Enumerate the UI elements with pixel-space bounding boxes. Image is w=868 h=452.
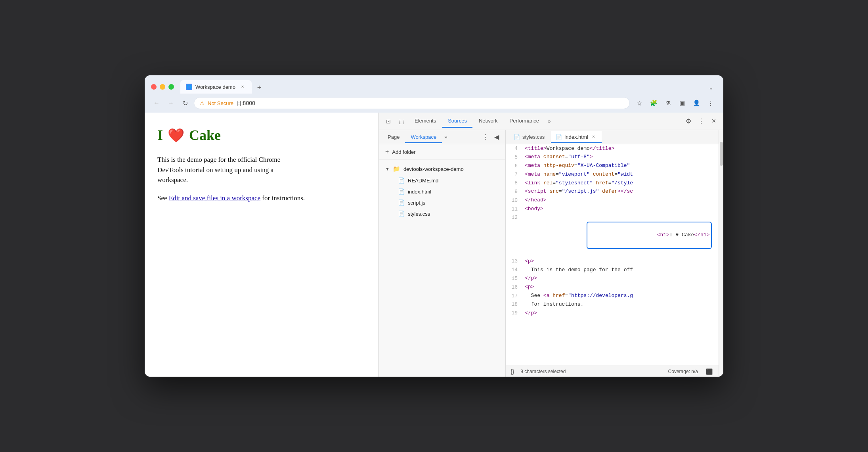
devtools-panel: ⊡ ⬚ Elements Sources Network Performance — [379, 113, 723, 377]
page-content: I ❤️ Cake This is the demo page for the … — [145, 113, 379, 377]
devtools-tabs: Elements Sources Network Performance » — [407, 115, 682, 128]
devtools-close-button[interactable]: × — [707, 115, 720, 128]
extension-button[interactable]: 🧩 — [647, 97, 660, 109]
title-bar: 🌐 Workspace demo × + ⌄ — [145, 75, 723, 94]
paragraph-2-before: See — [157, 194, 169, 202]
more-button[interactable]: ⋮ — [704, 97, 717, 109]
add-folder-button[interactable]: + Add folder — [379, 144, 505, 160]
back-button[interactable]: ← — [151, 98, 162, 109]
file-styles-css[interactable]: 📄 styles.css — [379, 208, 505, 219]
security-icon: ⚠ — [200, 100, 205, 106]
folder-item[interactable]: ▼ 📁 devtools-workspace-demo — [379, 163, 505, 175]
editor-tabs: 📄 styles.css 📄 index.html × — [506, 130, 719, 144]
sidebar-button[interactable]: ▣ — [676, 97, 688, 109]
forward-button[interactable]: → — [165, 98, 176, 109]
maximize-window-button[interactable] — [168, 84, 174, 90]
devtools-inspect-button[interactable]: ⊡ — [382, 115, 395, 128]
editor-tab-close-button[interactable]: × — [591, 134, 597, 140]
add-folder-icon: + — [385, 148, 389, 155]
code-line-11: 11 <body> — [506, 205, 719, 214]
file-icon-css: 📄 — [398, 211, 405, 217]
devtools-topbar: ⊡ ⬚ Elements Sources Network Performance — [379, 113, 723, 130]
devtools-kebab-button[interactable]: ⋮ — [695, 115, 707, 128]
workspace-link[interactable]: Edit and save files in a workspace — [169, 194, 260, 202]
folder-arrow-icon: ▼ — [385, 167, 390, 171]
sources-workspace-tab[interactable]: Workspace — [405, 132, 442, 143]
browser-tab[interactable]: 🌐 Workspace demo × — [180, 80, 252, 94]
add-folder-label: Add folder — [392, 149, 415, 155]
scrollbar-thumb[interactable] — [720, 142, 723, 166]
file-tree: ▼ 📁 devtools-workspace-demo 📄 README.md … — [379, 160, 505, 377]
refresh-button[interactable]: ↻ — [180, 98, 191, 109]
file-icon-md: 📄 — [398, 177, 405, 184]
toolbar-actions: ☆ 🧩 ⚗ ▣ 👤 ⋮ — [633, 97, 717, 109]
code-editor: 📄 styles.css 📄 index.html × — [506, 130, 719, 377]
heading-text-cake: Cake — [189, 127, 221, 144]
coverage-status: Coverage: n/a — [668, 369, 698, 374]
devtools-device-button[interactable]: ⬚ — [395, 115, 407, 128]
file-name-script: script.js — [408, 200, 425, 206]
tab-close-button[interactable]: × — [239, 83, 246, 90]
profile-button[interactable]: 👤 — [690, 97, 703, 109]
heading-text-i: I — [157, 127, 163, 144]
address-bar[interactable]: ⚠ Not Secure [:]:8000 — [194, 97, 630, 109]
editor-tab-index[interactable]: 📄 index.html × — [551, 131, 601, 143]
devtools-tab-performance[interactable]: Performance — [504, 115, 545, 128]
selection-status: 9 characters selected — [520, 369, 662, 374]
devtools-more-tabs-button[interactable]: » — [545, 115, 553, 127]
bookmark-button[interactable]: ☆ — [633, 97, 646, 109]
tab-favicon-icon: 🌐 — [186, 84, 192, 90]
content-area: I ❤️ Cake This is the demo page for the … — [145, 113, 723, 377]
minimize-window-button[interactable] — [160, 84, 165, 90]
code-table: 4 <title>Workspace demo</title> 5 <meta … — [506, 144, 719, 318]
sources-kebab-button[interactable]: ⋮ — [480, 132, 491, 142]
code-line-4: 4 <title>Workspace demo</title> — [506, 144, 719, 153]
folder-name: devtools-workspace-demo — [403, 166, 464, 172]
file-script-js[interactable]: 📄 script.js — [379, 197, 505, 208]
code-line-13: 13 <p> — [506, 257, 719, 266]
code-line-18: 18 for instructions. — [506, 300, 719, 309]
devtools-tab-network[interactable]: Network — [473, 115, 503, 128]
close-window-button[interactable] — [151, 84, 157, 90]
file-index-html[interactable]: 📄 index.html — [379, 186, 505, 197]
editor-tab-styles[interactable]: 📄 styles.css — [509, 132, 549, 143]
file-icon-js: 📄 — [398, 199, 405, 206]
file-name-index: index.html — [408, 189, 431, 195]
file-name-styles: styles.css — [408, 211, 430, 217]
tab-title: Workspace demo — [195, 84, 236, 90]
css-file-icon: 📄 — [514, 134, 520, 140]
browser-toolbar: ← → ↻ ⚠ Not Secure [:]:8000 ☆ 🧩 ⚗ ▣ 👤 ⋮ — [145, 94, 723, 113]
folder-icon: 📁 — [393, 165, 400, 172]
file-icon-html: 📄 — [398, 188, 405, 195]
editor-scrollbar[interactable] — [719, 130, 723, 377]
devtools-body: Page Workspace » ⋮ ◀ + Add folder — [379, 130, 723, 377]
code-line-10: 10 </head> — [506, 196, 719, 205]
devtools-statusbar: {} 9 characters selected Coverage: n/a ⬛ — [506, 366, 719, 377]
devtools-tab-elements[interactable]: Elements — [409, 115, 442, 128]
sources-page-tab[interactable]: Page — [382, 132, 405, 143]
new-tab-button[interactable]: + — [253, 82, 265, 94]
not-secure-label: Not Secure — [208, 100, 233, 106]
code-line-14: 14 This is the demo page for the off — [506, 266, 719, 274]
page-paragraph-1: This is the demo page for the official C… — [157, 155, 366, 185]
devtools-tab-sources[interactable]: Sources — [442, 115, 472, 128]
code-line-17: 17 See <a href="https://developers.g — [506, 292, 719, 301]
page-heading: I ❤️ Cake — [157, 127, 366, 144]
sources-subtabs: Page Workspace » ⋮ ◀ — [379, 130, 505, 144]
file-readme[interactable]: 📄 README.md — [379, 175, 505, 186]
flask-button[interactable]: ⚗ — [662, 97, 674, 109]
file-name-readme: README.md — [408, 178, 438, 184]
screenshot-button[interactable]: ⬛ — [704, 367, 714, 376]
devtools-settings-button[interactable]: ⚙ — [682, 115, 695, 128]
highlighted-h1: <h1>I ♥ Cake</h1> — [587, 222, 712, 249]
sources-more-subtabs[interactable]: » — [442, 132, 449, 142]
browser-window: 🌐 Workspace demo × + ⌄ ← → ↻ ⚠ Not Secur… — [145, 75, 723, 377]
tab-expand-button[interactable]: ⌄ — [705, 82, 717, 94]
format-button[interactable]: {} — [510, 368, 514, 375]
sources-collapse-button[interactable]: ◀ — [491, 132, 502, 143]
code-content[interactable]: 4 <title>Workspace demo</title> 5 <meta … — [506, 144, 719, 366]
code-line-19: 19 </p> — [506, 309, 719, 318]
editor-tab-styles-label: styles.css — [522, 134, 545, 140]
code-line-7: 7 <meta name="viewport" content="widt — [506, 170, 719, 179]
editor-tab-index-label: index.html — [564, 134, 588, 140]
